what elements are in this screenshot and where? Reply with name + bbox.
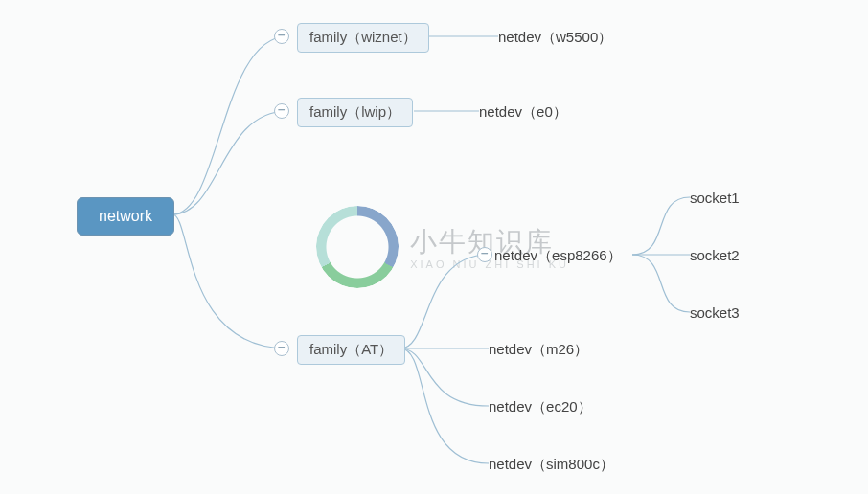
node-netdev-ec20[interactable]: netdev（ec20） — [489, 396, 592, 418]
node-socket1-label: socket1 — [690, 190, 740, 206]
node-netdev-w5500-label: netdev（w5500） — [498, 29, 612, 45]
node-netdev-m26[interactable]: netdev（m26） — [489, 339, 588, 361]
node-family-wiznet[interactable]: family（wiznet） — [297, 23, 429, 53]
node-netdev-e0[interactable]: netdev（e0） — [479, 101, 567, 124]
node-socket3[interactable]: socket3 — [690, 303, 740, 323]
node-netdev-w5500[interactable]: netdev（w5500） — [498, 27, 612, 49]
node-network-root[interactable]: network — [77, 197, 174, 236]
node-network-root-label: network — [99, 208, 152, 224]
node-family-lwip-label: family（lwip） — [309, 103, 400, 120]
collapse-toggle-icon[interactable]: − — [274, 103, 289, 119]
collapse-toggle-icon[interactable]: − — [274, 29, 289, 44]
collapse-toggle-icon[interactable]: − — [274, 341, 289, 356]
node-family-wiznet-label: family（wiznet） — [309, 29, 417, 45]
node-netdev-e0-label: netdev（e0） — [479, 103, 567, 120]
node-netdev-esp8266-label: netdev（esp8266） — [494, 247, 622, 263]
node-socket1[interactable]: socket1 — [690, 188, 740, 208]
node-netdev-sim800c-label: netdev（sim800c） — [489, 456, 614, 472]
node-family-lwip[interactable]: family（lwip） — [297, 98, 413, 127]
node-netdev-sim800c[interactable]: netdev（sim800c） — [489, 454, 614, 476]
node-socket2-label: socket2 — [690, 247, 740, 263]
node-family-at-label: family（AT） — [309, 341, 393, 357]
node-socket2[interactable]: socket2 — [690, 245, 740, 265]
node-netdev-ec20-label: netdev（ec20） — [489, 398, 592, 415]
collapse-toggle-icon[interactable]: − — [477, 247, 492, 262]
node-netdev-esp8266[interactable]: netdev（esp8266） — [494, 245, 622, 267]
node-family-at[interactable]: family（AT） — [297, 335, 405, 365]
node-netdev-m26-label: netdev（m26） — [489, 341, 588, 357]
node-socket3-label: socket3 — [690, 304, 740, 321]
